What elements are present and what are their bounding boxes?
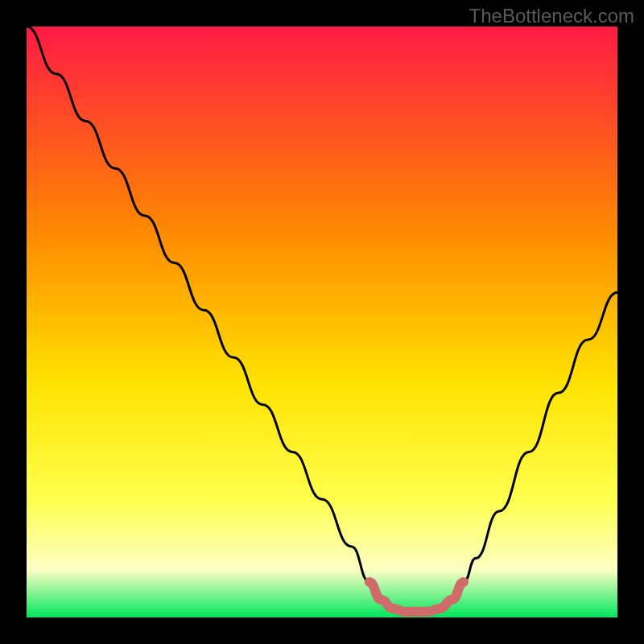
plot-area [27,27,617,617]
bottleneck-curve [27,27,617,617]
chart-container: TheBottleneck.com [0,0,644,644]
watermark-text: TheBottleneck.com [469,5,634,27]
